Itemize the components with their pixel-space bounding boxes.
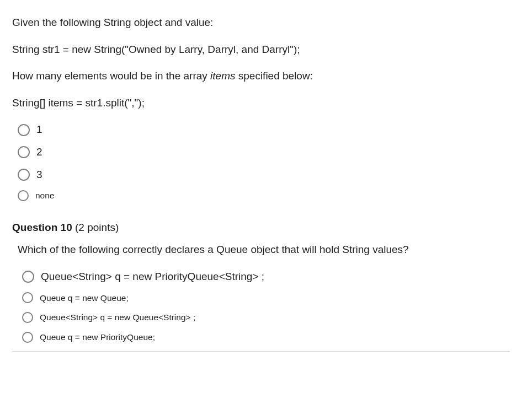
radio-icon [22, 292, 33, 303]
option-label: Queue<String> q = new Queue<String> ; [40, 311, 195, 324]
stem-line-2: String str1 = new String("Owned by Larry… [12, 42, 510, 57]
option-label: Queue q = new PriorityQueue; [40, 331, 155, 343]
option-label: 1 [36, 122, 42, 137]
q10-option-3[interactable]: Queue<String> q = new Queue<String> ; [22, 311, 510, 324]
question-number: Question 10 [12, 222, 72, 233]
question-10-stem: Which of the following correctly declare… [12, 243, 510, 257]
stem-line-3: How many elements would be in the array … [12, 69, 510, 84]
stem-line-1: Given the following String object and va… [12, 15, 510, 30]
question-9-stem: Given the following String object and va… [12, 15, 510, 110]
radio-icon [22, 271, 34, 283]
option-label: 2 [36, 145, 42, 160]
option-label: Queue<String> q = new PriorityQueue<Stri… [41, 270, 264, 284]
radio-icon [18, 190, 29, 201]
option-3[interactable]: 3 [18, 168, 510, 182]
q10-option-2[interactable]: Queue q = new Queue; [22, 292, 510, 304]
radio-icon [22, 332, 33, 343]
option-label: Queue q = new Queue; [40, 292, 129, 304]
radio-icon [18, 169, 30, 181]
radio-icon [22, 312, 33, 323]
option-label: 3 [36, 168, 42, 182]
option-label: none [35, 190, 54, 202]
question-points: (2 points) [75, 222, 119, 233]
divider [12, 351, 510, 352]
option-none[interactable]: none [18, 190, 510, 202]
option-2[interactable]: 2 [18, 145, 510, 160]
question-10-header: Question 10 (2 points) [12, 220, 510, 235]
q10-option-4[interactable]: Queue q = new PriorityQueue; [22, 331, 510, 343]
radio-icon [18, 124, 30, 136]
option-1[interactable]: 1 [18, 122, 510, 137]
radio-icon [18, 146, 30, 158]
q10-option-1[interactable]: Queue<String> q = new PriorityQueue<Stri… [22, 270, 510, 284]
question-10-options: Queue<String> q = new PriorityQueue<Stri… [12, 270, 510, 343]
stem-line-3-text: How many elements would be in the array … [12, 70, 313, 82]
stem-line-4: String[] items = str1.split(","); [12, 96, 510, 111]
question-9-options: 1 2 3 none [12, 122, 510, 201]
